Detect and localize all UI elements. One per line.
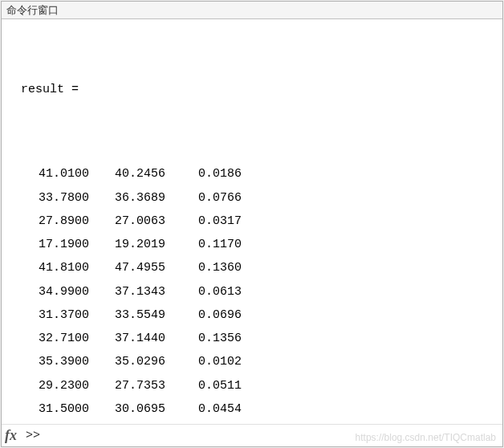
result-label: result = bbox=[21, 78, 494, 101]
command-window: 命令行窗口 result = 41.010040.24560.018633.78… bbox=[1, 1, 503, 447]
matrix-row: 31.370033.55490.0696 bbox=[21, 303, 494, 327]
matrix-cell: 27.0063 bbox=[97, 210, 173, 233]
matrix-row: 34.990037.13430.0613 bbox=[21, 280, 494, 303]
matrix-cell: 37.1343 bbox=[97, 280, 173, 303]
matrix-cell: 35.0296 bbox=[97, 350, 173, 373]
matrix-cell: 19.2019 bbox=[97, 233, 173, 256]
matrix-cell: 17.1900 bbox=[21, 233, 97, 256]
prompt-symbol: >> bbox=[26, 429, 40, 442]
matrix-row: 41.010040.24560.0186 bbox=[21, 162, 494, 185]
matrix-cell: 0.0696 bbox=[173, 303, 250, 327]
fx-icon[interactable]: fx bbox=[5, 427, 21, 444]
matrix-cell: 0.0102 bbox=[173, 350, 250, 373]
matrix-row: 35.390035.02960.0102 bbox=[21, 350, 494, 373]
matrix-row: 41.810047.49550.1360 bbox=[21, 256, 494, 279]
matrix-cell: 41.0100 bbox=[21, 162, 97, 185]
matrix-cell: 34.9900 bbox=[21, 280, 97, 303]
matrix-cell: 40.2456 bbox=[97, 162, 173, 185]
matrix-row: 27.890027.00630.0317 bbox=[21, 210, 494, 233]
console-output[interactable]: result = 41.010040.24560.018633.780036.3… bbox=[2, 19, 502, 424]
matrix-cell: 31.3700 bbox=[21, 303, 97, 327]
matrix-row: 32.710037.14400.1356 bbox=[21, 327, 494, 350]
matrix-cell: 35.3900 bbox=[21, 350, 97, 373]
matrix-cell: 47.4955 bbox=[97, 256, 173, 279]
matrix-cell: 0.0186 bbox=[173, 162, 250, 185]
window-title: 命令行窗口 bbox=[2, 2, 502, 19]
matrix-row: 17.190019.20190.1170 bbox=[21, 233, 494, 256]
matrix-row: 33.780036.36890.0766 bbox=[21, 186, 494, 210]
matrix-cell: 32.7100 bbox=[21, 327, 97, 350]
result-matrix: 41.010040.24560.018633.780036.36890.0766… bbox=[21, 162, 494, 424]
matrix-cell: 0.0511 bbox=[173, 374, 250, 397]
matrix-cell: 0.1356 bbox=[173, 327, 250, 350]
matrix-cell: 30.0695 bbox=[97, 397, 173, 421]
matrix-cell: 29.2300 bbox=[21, 374, 97, 397]
matrix-cell: 31.5000 bbox=[21, 397, 97, 421]
matrix-cell: 27.8900 bbox=[21, 210, 97, 233]
matrix-cell: 0.0454 bbox=[173, 397, 250, 421]
matrix-row: 29.230027.73530.0511 bbox=[21, 374, 494, 397]
matrix-row: 31.500030.06950.0454 bbox=[21, 397, 494, 421]
matrix-cell: 0.1170 bbox=[173, 233, 250, 256]
matrix-cell: 37.1440 bbox=[97, 327, 173, 350]
matrix-cell: 0.1360 bbox=[173, 256, 250, 279]
prompt-bar[interactable]: fx >> bbox=[2, 424, 502, 446]
matrix-cell: 0.0766 bbox=[173, 186, 250, 210]
matrix-cell: 41.8100 bbox=[21, 256, 97, 279]
matrix-cell: 0.0613 bbox=[173, 280, 250, 303]
matrix-cell: 36.3689 bbox=[97, 186, 173, 210]
matrix-cell: 33.5549 bbox=[97, 303, 173, 327]
matrix-cell: 33.7800 bbox=[21, 186, 97, 210]
matrix-cell: 0.0317 bbox=[173, 210, 250, 233]
matrix-cell: 27.7353 bbox=[97, 374, 173, 397]
